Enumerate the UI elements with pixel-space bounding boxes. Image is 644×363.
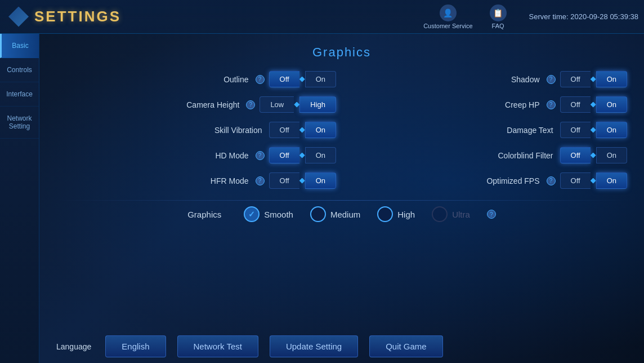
creep-hp-help-icon[interactable]: ? [547, 100, 556, 109]
quality-smooth-option[interactable]: Smooth [244, 206, 293, 222]
skill-vibration-diamond [299, 127, 305, 133]
creep-hp-setting-row: Creep HP ? Off On [347, 96, 627, 113]
optimized-fps-off-btn[interactable]: Off [560, 172, 591, 189]
optimized-fps-toggle: Off On [560, 172, 627, 189]
hfr-mode-toggle: Off On [269, 172, 336, 189]
colorblind-off-btn[interactable]: Off [560, 147, 591, 163]
hfr-mode-help-icon[interactable]: ? [256, 176, 265, 185]
quality-ultra-option[interactable]: Ultra [432, 206, 470, 222]
graphics-quality-row: Graphics Smooth Medium High Ultra ? [56, 206, 627, 222]
shadow-off-btn[interactable]: Off [560, 71, 591, 87]
shadow-help-icon[interactable]: ? [547, 75, 556, 84]
graphics-quality-label: Graphics [187, 210, 221, 219]
quality-high-option[interactable]: High [377, 206, 415, 222]
sidebar-label-network: Network Setting [7, 114, 32, 130]
skill-vibration-setting-row: Skill Vibration Off On [56, 122, 336, 138]
logo-diamond [8, 7, 29, 27]
quality-medium-label: Medium [330, 210, 360, 219]
hd-mode-help-icon[interactable]: ? [256, 151, 265, 160]
outline-help-icon[interactable]: ? [256, 75, 265, 84]
skill-vibration-off-btn[interactable]: Off [269, 122, 299, 138]
section-title: Graphics [56, 45, 627, 60]
outline-toggle: Off On [269, 71, 336, 87]
bottom-bar: Language English Network Test Update Set… [39, 335, 644, 357]
hd-mode-diamond [299, 153, 305, 158]
damage-text-toggle: Off On [560, 122, 627, 138]
hd-mode-on-btn[interactable]: On [305, 147, 336, 163]
graphics-quality-help-icon[interactable]: ? [487, 210, 496, 219]
hd-mode-setting-row: HD Mode ? Off On [56, 147, 336, 163]
creep-hp-label: Creep HP [505, 100, 539, 109]
faq-icon: 📋 [490, 5, 507, 21]
sidebar-item-controls[interactable]: Controls [0, 58, 39, 82]
quality-medium-option[interactable]: Medium [310, 206, 360, 222]
hfr-mode-on-btn[interactable]: On [305, 172, 336, 189]
colorblind-diamond [591, 153, 596, 158]
header-nav: 👤 Customer Service 📋 FAQ [423, 5, 506, 29]
optimized-fps-label: Optimized FPS [486, 176, 539, 185]
faq-nav[interactable]: 📋 FAQ [490, 5, 507, 29]
damage-text-on-btn[interactable]: On [596, 122, 627, 138]
language-button[interactable]: English [105, 335, 166, 357]
hd-mode-label: HD Mode [215, 151, 248, 160]
optimized-fps-help-icon[interactable]: ? [547, 176, 556, 185]
creep-hp-off-btn[interactable]: Off [560, 96, 591, 113]
outline-on-btn[interactable]: On [305, 71, 336, 87]
page-title: SETTINGS [34, 8, 121, 25]
skill-vibration-on-btn[interactable]: On [305, 122, 336, 138]
header: SETTINGS 👤 Customer Service 📋 FAQ Server… [0, 0, 644, 34]
colorblind-setting-row: Colorblind Filter Off On [347, 147, 627, 163]
colorblind-label: Colorblind Filter [498, 151, 553, 160]
sidebar: Basic Controls Interface Network Setting [0, 34, 39, 363]
network-test-button[interactable]: Network Test [177, 335, 258, 357]
camera-height-setting-row: Camera Height ? Low High [56, 96, 336, 113]
sidebar-item-network[interactable]: Network Setting [0, 107, 39, 139]
logo-area: SETTINGS [0, 7, 129, 27]
skill-vibration-label: Skill Vibration [214, 126, 262, 135]
camera-height-high-btn[interactable]: High [299, 96, 336, 113]
camera-height-help-icon[interactable]: ? [246, 100, 255, 109]
damage-text-diamond [591, 127, 596, 133]
outline-off-btn[interactable]: Off [269, 71, 299, 87]
outline-diamond [299, 77, 305, 82]
shadow-label: Shadow [511, 75, 540, 84]
outline-label: Outline [223, 75, 248, 84]
main-content: Graphics Outline ? Off On Shadow ? Off O… [39, 34, 644, 363]
update-setting-button[interactable]: Update Setting [270, 335, 358, 357]
faq-label: FAQ [492, 23, 504, 29]
quality-high-radio[interactable] [377, 206, 393, 222]
customer-service-icon: 👤 [440, 5, 457, 21]
divider [56, 200, 627, 201]
camera-height-label: Camera Height [186, 100, 239, 109]
customer-service-label: Customer Service [423, 23, 472, 29]
quality-medium-radio[interactable] [310, 206, 326, 222]
quality-smooth-label: Smooth [264, 210, 293, 219]
server-time: Server time: 2020-09-28 05:39:38 [529, 12, 638, 21]
damage-text-off-btn[interactable]: Off [560, 122, 591, 138]
sidebar-item-interface[interactable]: Interface [0, 82, 39, 107]
colorblind-toggle: Off On [560, 147, 627, 163]
outline-setting-row: Outline ? Off On [56, 71, 336, 87]
creep-hp-diamond [591, 102, 596, 108]
quality-smooth-radio[interactable] [244, 206, 260, 222]
quality-ultra-radio[interactable] [432, 206, 448, 222]
shadow-diamond [591, 77, 596, 82]
sidebar-item-basic[interactable]: Basic [0, 34, 39, 58]
creep-hp-toggle: Off On [560, 96, 627, 113]
creep-hp-on-btn[interactable]: On [596, 96, 627, 113]
optimized-fps-on-btn[interactable]: On [596, 172, 627, 189]
shadow-on-btn[interactable]: On [596, 71, 627, 87]
customer-service-nav[interactable]: 👤 Customer Service [423, 5, 472, 29]
quit-game-button[interactable]: Quit Game [369, 335, 443, 357]
optimized-fps-setting-row: Optimized FPS ? Off On [347, 172, 627, 189]
skill-vibration-toggle: Off On [269, 122, 336, 138]
sidebar-label-controls: Controls [7, 66, 32, 74]
hfr-mode-diamond [299, 178, 305, 184]
camera-height-low-btn[interactable]: Low [260, 96, 294, 113]
sidebar-label-basic: Basic [12, 42, 28, 50]
colorblind-on-btn[interactable]: On [596, 147, 627, 163]
hd-mode-off-btn[interactable]: Off [269, 147, 299, 163]
hfr-mode-label: HFR Mode [211, 176, 249, 185]
damage-text-label: Damage Text [507, 126, 553, 135]
hfr-mode-off-btn[interactable]: Off [269, 172, 299, 189]
